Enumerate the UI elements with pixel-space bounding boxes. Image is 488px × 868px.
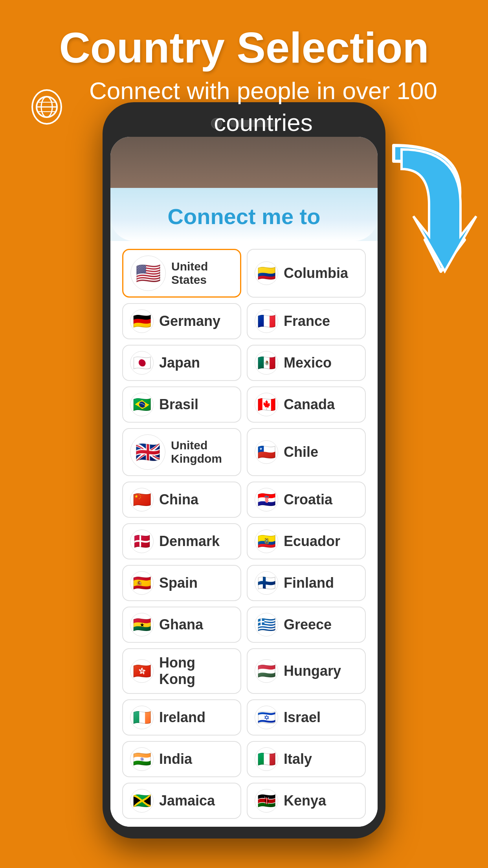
country-list: 🇺🇸United States🇨🇴Columbia🇩🇪Germany🇫🇷Fran… bbox=[110, 241, 378, 827]
country-flag: 🇺🇸 bbox=[130, 256, 166, 291]
country-name: Kenya bbox=[284, 793, 326, 809]
country-name: Spain bbox=[159, 575, 198, 591]
country-item[interactable]: 🇭🇺Hungary bbox=[247, 648, 366, 694]
country-name: China bbox=[159, 491, 198, 508]
country-name: Chile bbox=[284, 444, 318, 460]
country-grid: 🇺🇸United States🇨🇴Columbia🇩🇪Germany🇫🇷Fran… bbox=[122, 249, 366, 819]
country-item[interactable]: 🇩🇰Denmark bbox=[122, 523, 241, 559]
country-item[interactable]: 🇬🇧United Kingdom bbox=[122, 428, 241, 476]
country-flag: 🇫🇷 bbox=[255, 309, 278, 333]
country-flag: 🇬🇧 bbox=[130, 434, 165, 470]
country-flag: 🇲🇽 bbox=[255, 351, 278, 375]
country-item[interactable]: 🇮🇳India bbox=[122, 741, 241, 777]
country-name: United States bbox=[171, 260, 233, 287]
country-name: Columbia bbox=[284, 265, 348, 281]
country-item[interactable]: 🇮🇱Israel bbox=[247, 699, 366, 736]
country-item[interactable]: 🇩🇪Germany bbox=[122, 303, 241, 339]
country-item[interactable]: 🇨🇴Columbia bbox=[247, 249, 366, 298]
country-name: France bbox=[284, 313, 330, 329]
country-item[interactable]: 🇭🇰Hong Kong bbox=[122, 648, 241, 694]
connect-title: Connect me to bbox=[118, 204, 370, 229]
country-flag: 🇩🇰 bbox=[130, 530, 154, 553]
country-item[interactable]: 🇪🇨Ecuador bbox=[247, 523, 366, 559]
country-flag: 🇭🇰 bbox=[130, 659, 154, 683]
country-item[interactable]: 🇬🇷Greece bbox=[247, 607, 366, 643]
country-flag: 🇯🇵 bbox=[130, 351, 154, 375]
country-flag: 🇭🇷 bbox=[255, 488, 278, 511]
country-item[interactable]: 🇭🇷Croatia bbox=[247, 482, 366, 518]
arrow-decoration bbox=[370, 138, 480, 277]
country-flag: 🇪🇸 bbox=[130, 571, 154, 595]
phone-screen: Connect me to 🇺🇸United States🇨🇴Columbia🇩… bbox=[110, 137, 378, 827]
country-name: Ecuador bbox=[284, 533, 340, 550]
country-flag: 🇮🇪 bbox=[130, 706, 154, 729]
country-name: Mexico bbox=[284, 355, 332, 371]
country-item[interactable]: 🇬🇭Ghana bbox=[122, 607, 241, 643]
country-item[interactable]: 🇨🇦Canada bbox=[247, 386, 366, 423]
country-flag: 🇬🇭 bbox=[130, 613, 154, 636]
country-name: India bbox=[159, 751, 192, 767]
country-flag: 🇰🇪 bbox=[255, 789, 278, 813]
country-name: Japan bbox=[159, 355, 200, 371]
page-title: Country Selection bbox=[31, 24, 457, 71]
country-flag: 🇨🇳 bbox=[130, 488, 154, 511]
country-flag: 🇮🇱 bbox=[255, 706, 278, 729]
country-item[interactable]: 🇨🇱Chile bbox=[247, 428, 366, 476]
country-item[interactable]: 🇯🇲Jamaica bbox=[122, 783, 241, 819]
country-flag: 🇬🇷 bbox=[255, 613, 278, 636]
country-name: Jamaica bbox=[159, 793, 215, 809]
header-subtitle: Connect with people in over 100 countrie… bbox=[70, 75, 457, 138]
country-name: Denmark bbox=[159, 533, 220, 550]
country-item[interactable]: 🇧🇷Brasil bbox=[122, 386, 241, 423]
globe-icon bbox=[31, 89, 62, 125]
country-name: Italy bbox=[284, 751, 312, 767]
country-flag: 🇯🇲 bbox=[130, 789, 154, 813]
country-name: Finland bbox=[284, 575, 334, 591]
country-item[interactable]: 🇫🇮Finland bbox=[247, 565, 366, 601]
country-flag: 🇩🇪 bbox=[130, 309, 154, 333]
country-item[interactable]: 🇺🇸United States bbox=[122, 249, 241, 298]
country-name: Ghana bbox=[159, 616, 203, 633]
country-item[interactable]: 🇲🇽Mexico bbox=[247, 345, 366, 381]
connect-header: Connect me to bbox=[110, 188, 378, 241]
country-name: Croatia bbox=[284, 491, 332, 508]
country-item[interactable]: 🇯🇵Japan bbox=[122, 345, 241, 381]
country-item[interactable]: 🇨🇳China bbox=[122, 482, 241, 518]
country-name: Hungary bbox=[284, 663, 341, 679]
header-section: Country Selection Connect with people in… bbox=[0, 0, 488, 146]
phone-mockup: Connect me to 🇺🇸United States🇨🇴Columbia🇩… bbox=[103, 102, 385, 839]
country-flag: 🇮🇳 bbox=[130, 747, 154, 771]
country-item[interactable]: 🇪🇸Spain bbox=[122, 565, 241, 601]
country-name: Canada bbox=[284, 396, 335, 413]
country-flag: 🇨🇱 bbox=[255, 440, 278, 464]
country-flag: 🇪🇨 bbox=[255, 530, 278, 553]
country-flag: 🇭🇺 bbox=[255, 659, 278, 683]
country-name: Hong Kong bbox=[159, 655, 233, 688]
country-item[interactable]: 🇰🇪Kenya bbox=[247, 783, 366, 819]
country-flag: 🇧🇷 bbox=[130, 393, 154, 416]
country-name: United Kingdom bbox=[171, 439, 233, 465]
country-flag: 🇨🇦 bbox=[255, 393, 278, 416]
country-item[interactable]: 🇮🇹Italy bbox=[247, 741, 366, 777]
country-flag: 🇫🇮 bbox=[255, 571, 278, 595]
country-flag: 🇮🇹 bbox=[255, 747, 278, 771]
country-item[interactable]: 🇫🇷France bbox=[247, 303, 366, 339]
country-name: Germany bbox=[159, 313, 220, 329]
country-name: Greece bbox=[284, 616, 332, 633]
country-item[interactable]: 🇮🇪Ireland bbox=[122, 699, 241, 736]
country-name: Ireland bbox=[159, 709, 205, 726]
country-name: Brasil bbox=[159, 396, 198, 413]
country-flag: 🇨🇴 bbox=[255, 261, 278, 285]
country-name: Israel bbox=[284, 709, 321, 726]
